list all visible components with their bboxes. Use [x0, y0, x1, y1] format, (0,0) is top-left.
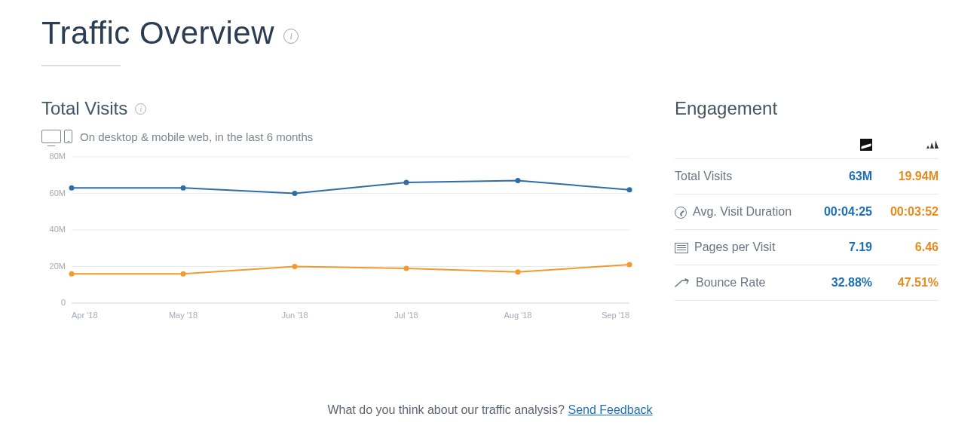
total-visits-title: Total Visits [41, 98, 127, 119]
feedback-prompt: What do you think about our traffic anal… [327, 403, 568, 416]
row-label: Bounce Rate [696, 276, 766, 289]
brand-a-header [813, 133, 881, 159]
send-feedback-link[interactable]: Send Feedback [568, 403, 652, 416]
feedback-bar: What do you think about our traffic anal… [0, 403, 980, 417]
svg-text:Jun '18: Jun '18 [281, 311, 308, 320]
chart-series [69, 178, 632, 277]
chart-x-axis: Apr '18May '18Jun '18Jul '18Aug '18Sep '… [72, 311, 629, 320]
avg-duration-value-a: 00:04:25 [813, 195, 881, 230]
svg-marker-29 [930, 142, 934, 149]
total-visits-subtitle: On desktop & mobile web, in the last 6 m… [80, 130, 313, 143]
svg-point-14 [516, 178, 521, 183]
svg-point-20 [516, 269, 521, 274]
svg-text:40M: 40M [50, 225, 66, 234]
svg-point-12 [292, 191, 298, 196]
svg-text:Sep '18: Sep '18 [602, 311, 629, 320]
row-label: Avg. Visit Duration [693, 205, 792, 218]
nike-icon [860, 139, 872, 151]
svg-text:Aug '18: Aug '18 [504, 311, 532, 320]
bounce-icon [675, 278, 690, 289]
svg-text:0: 0 [61, 298, 66, 307]
chart-gridlines [72, 157, 629, 303]
svg-text:Jul '18: Jul '18 [394, 311, 418, 320]
svg-text:80M: 80M [50, 152, 66, 161]
row-label: Total Visits [675, 170, 732, 182]
svg-text:60M: 60M [50, 188, 66, 198]
pages-icon [675, 243, 688, 253]
svg-text:May '18: May '18 [169, 311, 198, 320]
total-visits-panel: Total Visits i On desktop & mobile web, … [41, 98, 637, 324]
total-visits-chart: 020M40M60M80M Apr '18May '18Jun '18Jul '… [41, 151, 637, 324]
total-visits-title-row: Total Visits i [41, 98, 637, 119]
row-bounce-rate: Bounce Rate 32.88% 47.51% [675, 265, 939, 301]
info-icon[interactable]: i [135, 103, 146, 115]
engagement-panel: Engagement [675, 98, 939, 324]
svg-point-17 [181, 271, 186, 277]
row-total-visits: Total Visits 63M 19.94M [675, 159, 939, 195]
row-label: Pages per Visit [694, 241, 775, 253]
total-visits-value-a: 63M [813, 159, 881, 195]
svg-point-15 [627, 187, 632, 192]
brand-b-header [881, 133, 939, 159]
svg-point-10 [69, 185, 75, 191]
svg-text:20M: 20M [50, 262, 66, 271]
chart-y-axis: 020M40M60M80M [50, 152, 66, 307]
mobile-icon [64, 130, 72, 143]
content-columns: Total Visits i On desktop & mobile web, … [41, 98, 939, 324]
total-visits-value-b: 19.94M [881, 159, 939, 195]
svg-text:Apr '18: Apr '18 [72, 311, 98, 320]
title-underline [41, 65, 121, 66]
chart-svg: 020M40M60M80M Apr '18May '18Jun '18Jul '… [41, 151, 637, 324]
info-icon[interactable]: i [283, 29, 299, 44]
traffic-overview-page: Traffic Overview i Total Visits i On des… [0, 0, 980, 432]
bounce-rate-value-b: 47.51% [881, 265, 939, 301]
row-avg-duration: Avg. Visit Duration 00:04:25 00:03:52 [675, 195, 939, 230]
svg-marker-28 [926, 146, 929, 149]
page-header: Traffic Overview i [41, 15, 939, 51]
svg-point-16 [69, 271, 75, 277]
total-visits-subtitle-row: On desktop & mobile web, in the last 6 m… [41, 130, 637, 143]
pages-per-visit-value-a: 7.19 [813, 230, 881, 265]
desktop-icon [41, 130, 61, 143]
engagement-header-row [675, 133, 939, 159]
engagement-table: Total Visits 63M 19.94M Avg. Visit Durat… [675, 133, 939, 301]
svg-point-18 [292, 264, 298, 269]
svg-point-19 [404, 265, 409, 271]
svg-point-11 [181, 185, 186, 191]
pages-per-visit-value-b: 6.46 [881, 230, 939, 265]
avg-duration-value-b: 00:03:52 [881, 195, 939, 230]
svg-marker-30 [935, 140, 939, 149]
bounce-rate-value-a: 32.88% [813, 265, 881, 301]
clock-icon [675, 207, 687, 219]
svg-point-21 [627, 262, 632, 268]
page-title: Traffic Overview [41, 15, 274, 51]
device-icons [41, 130, 72, 143]
row-pages-per-visit: Pages per Visit 7.19 6.46 [675, 230, 939, 265]
adidas-icon [926, 139, 939, 151]
engagement-title: Engagement [675, 98, 939, 119]
svg-point-13 [404, 179, 409, 185]
